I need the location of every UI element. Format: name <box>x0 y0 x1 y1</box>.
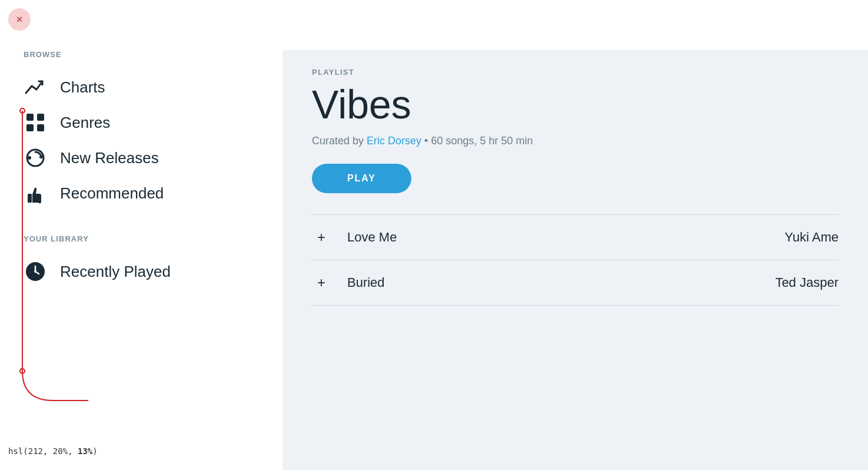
svg-rect-3 <box>37 124 44 131</box>
play-button[interactable]: PLAY <box>312 164 411 193</box>
app-layout: BROWSE Charts Genres <box>0 0 868 470</box>
sidebar-item-genres[interactable]: Genres <box>24 105 259 140</box>
sidebar-item-recommended-label: Recommended <box>60 184 164 203</box>
svg-rect-8 <box>38 202 41 203</box>
sidebar-item-genres-label: Genres <box>60 114 110 132</box>
sidebar: BROWSE Charts Genres <box>0 50 282 470</box>
grid-icon <box>24 111 47 134</box>
library-section-label: YOUR LIBRARY <box>24 234 259 243</box>
playlist-title: Vibes <box>312 82 839 127</box>
song-title-0: Love Me <box>347 230 784 245</box>
browse-section-label: BROWSE <box>24 50 259 59</box>
song-artist-0: Yuki Ame <box>784 230 839 245</box>
playlist-section-label: PLAYLIST <box>312 68 839 77</box>
svg-rect-1 <box>37 114 44 121</box>
svg-rect-7 <box>28 194 32 203</box>
sidebar-item-recently-played-label: Recently Played <box>60 263 171 281</box>
plus-icon-0: + <box>317 230 325 244</box>
add-song-button-1[interactable]: + <box>312 273 331 292</box>
song-artist-1: Ted Jasper <box>775 275 839 290</box>
trending-up-icon <box>24 75 47 99</box>
sidebar-item-recently-played[interactable]: Recently Played <box>24 254 259 289</box>
refresh-icon <box>24 146 47 170</box>
close-button[interactable]: × <box>8 8 31 31</box>
svg-rect-0 <box>26 114 34 121</box>
sidebar-divider <box>24 211 259 234</box>
main-content: PLAYLIST Vibes Curated by Eric Dorsey • … <box>282 50 868 470</box>
svg-rect-2 <box>26 124 34 131</box>
curator-prefix: Curated by <box>312 135 367 147</box>
song-row-0: + Love Me Yuki Ame <box>312 215 839 260</box>
curator-name[interactable]: Eric Dorsey <box>367 135 421 147</box>
svg-point-14 <box>34 270 36 273</box>
sidebar-item-new-releases[interactable]: New Releases <box>24 140 259 176</box>
sidebar-item-new-releases-label: New Releases <box>60 149 159 167</box>
sidebar-item-recommended[interactable]: Recommended <box>24 176 259 211</box>
song-row-1: + Buried Ted Jasper <box>312 260 839 306</box>
sidebar-item-charts[interactable]: Charts <box>24 69 259 105</box>
plus-icon-1: + <box>317 276 325 290</box>
playlist-details: • 60 songs, 5 hr 50 min <box>424 135 533 147</box>
sidebar-item-charts-label: Charts <box>60 78 105 97</box>
thumbs-up-icon <box>24 181 47 205</box>
clock-icon <box>24 260 47 283</box>
song-title-1: Buried <box>347 275 775 290</box>
svg-point-6 <box>28 156 31 160</box>
add-song-button-0[interactable]: + <box>312 228 331 247</box>
close-icon: × <box>16 14 23 25</box>
playlist-meta: Curated by Eric Dorsey • 60 songs, 5 hr … <box>312 135 839 147</box>
